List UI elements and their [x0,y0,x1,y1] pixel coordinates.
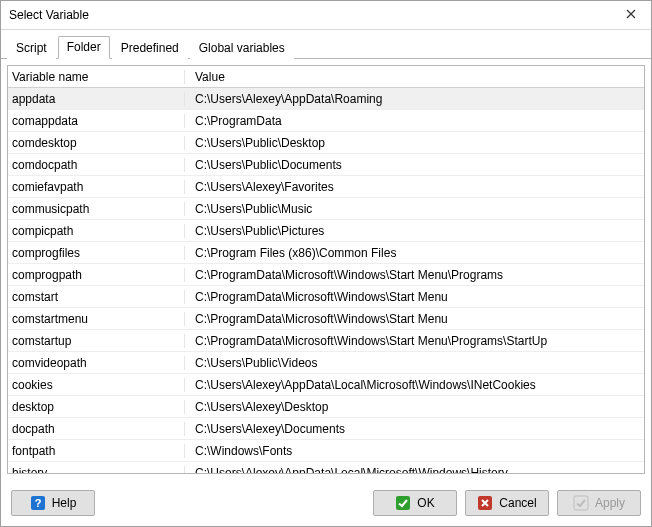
cell-variable-value: C:\Users\Public\Documents [185,158,644,172]
cell-variable-name: comstart [8,290,185,304]
table-row[interactable]: cookiesC:\Users\Alexey\AppData\Local\Mic… [8,374,644,396]
table-row[interactable]: comstartC:\ProgramData\Microsoft\Windows… [8,286,644,308]
help-button[interactable]: ? Help [11,490,95,516]
cancel-button[interactable]: Cancel [465,490,549,516]
table-row[interactable]: fontpathC:\Windows\Fonts [8,440,644,462]
table-row[interactable]: comdesktopC:\Users\Public\Desktop [8,132,644,154]
check-icon [395,495,411,511]
table-row[interactable]: docpathC:\Users\Alexey\Documents [8,418,644,440]
ok-button[interactable]: OK [373,490,457,516]
table-row[interactable]: comprogfilesC:\Program Files (x86)\Commo… [8,242,644,264]
cell-variable-name: comdocpath [8,158,185,172]
cell-variable-value: C:\ProgramData [185,114,644,128]
button-bar: ? Help OK Cancel Apply [1,480,651,526]
cell-variable-value: C:\Users\Alexey\Documents [185,422,644,436]
table-row[interactable]: comprogpathC:\ProgramData\Microsoft\Wind… [8,264,644,286]
cell-variable-name: commusicpath [8,202,185,216]
close-icon [626,8,636,22]
cell-variable-name: desktop [8,400,185,414]
table-row[interactable]: comappdataC:\ProgramData [8,110,644,132]
cell-variable-name: comdesktop [8,136,185,150]
variable-grid: Variable name Value appdataC:\Users\Alex… [7,65,645,474]
cell-variable-value: C:\Users\Public\Pictures [185,224,644,238]
svg-rect-2 [396,496,410,510]
titlebar: Select Variable [1,1,651,30]
cell-variable-value: C:\Users\Alexey\Favorites [185,180,644,194]
table-row[interactable]: comdocpathC:\Users\Public\Documents [8,154,644,176]
apply-button[interactable]: Apply [557,490,641,516]
cell-variable-name: fontpath [8,444,185,458]
cell-variable-value: C:\ProgramData\Microsoft\Windows\Start M… [185,268,644,282]
tab-script[interactable]: Script [7,37,56,59]
tab-global-variables[interactable]: Global variables [190,37,294,59]
cell-variable-name: comprogpath [8,268,185,282]
svg-text:?: ? [34,497,41,509]
cancel-icon [477,495,493,511]
cell-variable-name: appdata [8,92,185,106]
grid-header: Variable name Value [8,66,644,88]
table-row[interactable]: historyC:\Users\Alexey\AppData\Local\Mic… [8,462,644,473]
grid-scroll[interactable]: Variable name Value appdataC:\Users\Alex… [8,66,644,473]
cell-variable-value: C:\Users\Alexey\AppData\Local\Microsoft\… [185,378,644,392]
help-icon: ? [30,495,46,511]
dialog-window: Select Variable ScriptFolderPredefinedGl… [0,0,652,527]
tab-label: Predefined [121,41,179,55]
cancel-label: Cancel [499,496,536,510]
cell-variable-value: C:\Users\Public\Desktop [185,136,644,150]
ok-label: OK [417,496,434,510]
help-label: Help [52,496,77,510]
table-row[interactable]: appdataC:\Users\Alexey\AppData\Roaming [8,88,644,110]
table-row[interactable]: comstartupC:\ProgramData\Microsoft\Windo… [8,330,644,352]
svg-rect-4 [574,496,588,510]
cell-variable-name: docpath [8,422,185,436]
column-header-value[interactable]: Value [185,70,644,84]
table-row[interactable]: compicpathC:\Users\Public\Pictures [8,220,644,242]
apply-label: Apply [595,496,625,510]
cell-variable-value: C:\ProgramData\Microsoft\Windows\Start M… [185,312,644,326]
cell-variable-name: comiefavpath [8,180,185,194]
tab-predefined[interactable]: Predefined [112,37,188,59]
table-row[interactable]: comstartmenuC:\ProgramData\Microsoft\Win… [8,308,644,330]
cell-variable-name: comprogfiles [8,246,185,260]
cell-variable-name: history [8,466,185,474]
window-title: Select Variable [9,8,611,22]
cell-variable-value: C:\Users\Public\Videos [185,356,644,370]
cell-variable-value: C:\ProgramData\Microsoft\Windows\Start M… [185,290,644,304]
tab-label: Folder [67,40,101,54]
cell-variable-value: C:\Program Files (x86)\Common Files [185,246,644,260]
cell-variable-value: C:\Windows\Fonts [185,444,644,458]
tab-label: Global variables [199,41,285,55]
cell-variable-name: comappdata [8,114,185,128]
cell-variable-value: C:\Users\Alexey\Desktop [185,400,644,414]
cell-variable-name: compicpath [8,224,185,238]
cell-variable-name: comvideopath [8,356,185,370]
table-row[interactable]: comiefavpathC:\Users\Alexey\Favorites [8,176,644,198]
cell-variable-value: C:\ProgramData\Microsoft\Windows\Start M… [185,334,644,348]
tab-strip: ScriptFolderPredefinedGlobal variables [1,30,651,59]
cell-variable-value: C:\Users\Alexey\AppData\Roaming [185,92,644,106]
cell-variable-value: C:\Users\Public\Music [185,202,644,216]
tab-folder[interactable]: Folder [58,36,110,59]
column-header-name[interactable]: Variable name [8,70,185,84]
cell-variable-value: C:\Users\Alexey\AppData\Local\Microsoft\… [185,466,644,474]
table-row[interactable]: comvideopathC:\Users\Public\Videos [8,352,644,374]
tab-label: Script [16,41,47,55]
table-row[interactable]: commusicpathC:\Users\Public\Music [8,198,644,220]
content-area: Variable name Value appdataC:\Users\Alex… [1,59,651,480]
apply-icon [573,495,589,511]
cell-variable-name: comstartup [8,334,185,348]
close-button[interactable] [611,1,651,29]
cell-variable-name: cookies [8,378,185,392]
cell-variable-name: comstartmenu [8,312,185,326]
table-row[interactable]: desktopC:\Users\Alexey\Desktop [8,396,644,418]
